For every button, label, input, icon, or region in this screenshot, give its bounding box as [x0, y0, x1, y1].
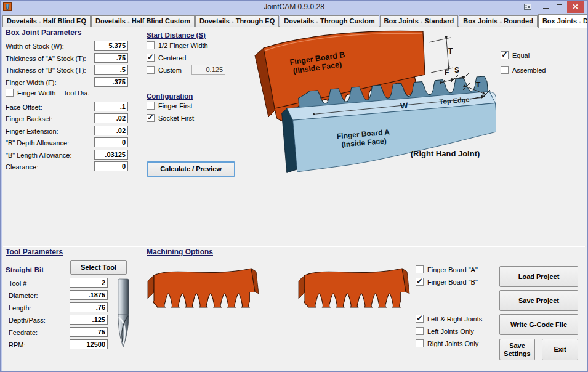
tab-strip: Dovetails - Half Blind EQ Dovetails - Ha… [2, 14, 588, 27]
tool-parameters-heading: Tool Parameters [6, 248, 63, 256]
b-length-allowance-label: "B" Length Allowance: [6, 152, 72, 159]
box-joint-parameters-heading: Box Joint Parameters [6, 28, 81, 37]
finger-board-a-option-label: Finger Board "A" [427, 266, 478, 273]
b-depth-allowance-label: "B" Depth Allowance: [6, 139, 69, 147]
centered-label: Centered [158, 54, 186, 62]
dim-t-right-label: T [476, 81, 481, 89]
finger-backset-input[interactable] [94, 113, 128, 123]
window-title: JointCAM 0.9.0.28 [1, 2, 587, 11]
configuration-heading: Configuration [147, 92, 193, 100]
left-joints-only-checkbox[interactable] [416, 327, 424, 335]
rpm-input[interactable] [70, 339, 108, 349]
machining-options-heading: Machining Options [147, 248, 213, 256]
clearance-input[interactable] [94, 161, 128, 171]
save-project-button[interactable]: Save Project [499, 290, 578, 311]
clearance-label: Clearance: [6, 163, 38, 171]
svg-text:W: W [400, 101, 409, 111]
finger-extension-label: Finger Extension: [6, 127, 58, 135]
bottom-group-divider [3, 246, 585, 247]
custom-start-distance-input[interactable] [191, 65, 225, 75]
b-depth-allowance-input[interactable] [94, 137, 128, 147]
close-button[interactable]: ✕ [567, 1, 584, 13]
assembled-label: Assembled [512, 67, 546, 74]
touch-keyboard-icon[interactable] [523, 2, 533, 11]
centered-checkbox[interactable] [147, 54, 155, 62]
finger-board-a-checkbox[interactable] [416, 265, 424, 273]
select-tool-button[interactable]: Select Tool [70, 260, 127, 275]
router-bit-image [110, 278, 137, 350]
finger-extension-input[interactable] [94, 126, 128, 135]
title-bar[interactable]: JointCAM 0.9.0.28 ✕ [1, 1, 587, 13]
tab-box-joints-rounded[interactable]: Box Joints - Rounded [459, 15, 538, 27]
width-of-stock-label: Width of Stock (W): [6, 42, 64, 50]
finger-backset-label: Finger Backset: [6, 115, 52, 123]
assembled-checkbox[interactable] [501, 66, 509, 74]
thickness-a-input[interactable] [94, 53, 128, 63]
tab-dovetails-half-blind-custom[interactable]: Dovetails - Half Blind Custom [91, 15, 195, 27]
calculate-preview-button[interactable]: Calculate / Preview [147, 161, 235, 177]
tab-dovetails-half-blind-eq[interactable]: Dovetails - Half Blind EQ [2, 15, 91, 27]
finger-first-label: Finger First [158, 102, 193, 110]
dim-f-label: F [445, 68, 449, 77]
write-gcode-button[interactable]: Write G-Code File [499, 314, 578, 335]
machined-board-preview-left [147, 262, 267, 317]
finger-first-checkbox[interactable] [147, 102, 155, 110]
custom-checkbox[interactable] [147, 66, 155, 74]
maximize-button[interactable] [552, 1, 566, 13]
finger-board-b-checkbox[interactable] [416, 278, 424, 286]
length-input[interactable] [70, 302, 108, 312]
face-offset-label: Face Offset: [6, 103, 42, 111]
close-icon: ✕ [572, 3, 578, 10]
right-joints-only-checkbox[interactable] [416, 339, 424, 347]
depth-pass-label: Depth/Pass: [9, 317, 46, 324]
right-hand-joint-label: (Right Hand Joint) [411, 149, 480, 158]
feedrate-input[interactable] [70, 327, 108, 337]
maximize-icon [557, 4, 562, 9]
half-finger-width-label: 1/2 Finger Width [158, 42, 208, 49]
straight-bit-heading: Straight Bit [6, 266, 44, 273]
machined-board-preview-right [297, 262, 417, 317]
exit-button[interactable]: Exit [542, 339, 578, 360]
left-right-joints-label: Left & Right Joints [427, 315, 482, 323]
socket-first-label: Socket First [158, 115, 194, 122]
thickness-a-label: Thickness of "A" Stock (T): [6, 55, 86, 62]
left-right-joints-checkbox[interactable] [416, 315, 424, 323]
start-distance-heading: Start Distance (S) [147, 31, 206, 39]
finger-width-label: Finger Width (F): [6, 79, 57, 86]
left-joints-only-label: Left Joints Only [427, 328, 474, 335]
equal-label: Equal [512, 52, 530, 59]
face-offset-input[interactable] [94, 102, 128, 111]
width-of-stock-input[interactable] [94, 41, 128, 51]
save-settings-button[interactable]: Save Settings [499, 339, 535, 360]
rpm-label: RPM: [9, 341, 26, 349]
jointcam-window: JointCAM 0.9.0.28 ✕ Dovetails - Half Bli… [0, 0, 588, 372]
minimize-button[interactable] [539, 1, 552, 13]
joint-diagram: Finger Board B (IInside Face) W Top Edge… [244, 26, 496, 178]
tab-box-joints-double-round[interactable]: Box Joints - Double Round [538, 14, 588, 28]
tab-dovetails-through-eq[interactable]: Dovetails - Through EQ [195, 15, 279, 27]
diameter-label: Diameter: [9, 292, 38, 299]
tool-number-label: Tool # [9, 280, 26, 287]
thickness-b-input[interactable] [94, 65, 128, 75]
feedrate-label: Feedrate: [9, 329, 38, 336]
load-project-button[interactable]: Load Project [499, 266, 578, 287]
finger-width-tool-dia-checkbox[interactable] [6, 89, 14, 97]
depth-pass-input[interactable] [70, 315, 108, 325]
equal-checkbox[interactable] [501, 51, 509, 59]
tab-box-joints-standard[interactable]: Box Joints - Standard [380, 15, 459, 27]
b-length-allowance-input[interactable] [94, 150, 128, 160]
thickness-b-label: Thickness of "B" Stock (T): [6, 67, 86, 74]
half-finger-width-checkbox[interactable] [147, 41, 155, 49]
socket-first-checkbox[interactable] [147, 114, 155, 122]
custom-label: Custom [158, 67, 182, 74]
finger-width-input[interactable] [94, 77, 128, 87]
right-joints-only-label: Right Joints Only [427, 340, 478, 347]
finger-width-tool-dia-label: Finger Width = Tool Dia. [17, 89, 90, 97]
minimize-icon [543, 8, 549, 9]
finger-board-b-option-label: Finger Board "B" [427, 278, 478, 286]
tool-number-input[interactable] [70, 278, 108, 288]
diameter-input[interactable] [70, 290, 108, 300]
dim-s-label: S [454, 66, 459, 75]
tab-dovetails-through-custom[interactable]: Dovetails - Through Custom [280, 15, 379, 27]
length-label: Length: [9, 304, 31, 312]
